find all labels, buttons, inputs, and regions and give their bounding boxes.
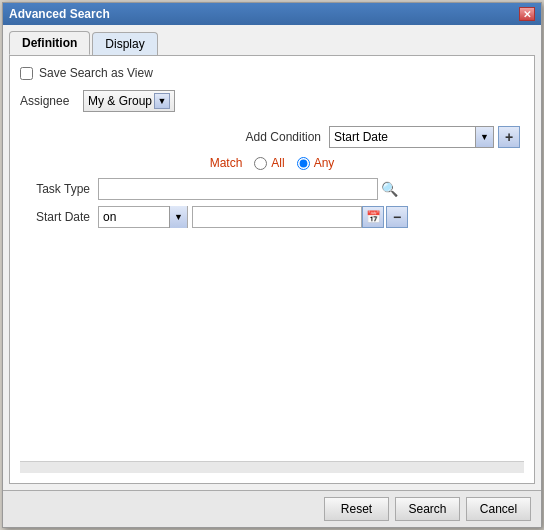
add-condition-row: Add Condition Start Date ▼ +	[20, 126, 524, 148]
content-spacer	[20, 234, 524, 457]
task-type-search-icon[interactable]: 🔍	[378, 178, 400, 200]
date-operator-arrow-icon[interactable]: ▼	[169, 206, 187, 228]
close-button[interactable]: ✕	[519, 7, 535, 21]
tabs-row: Definition Display	[9, 31, 535, 55]
window-content: Definition Display Save Search as View A…	[3, 25, 541, 490]
condition-select-wrapper: Start Date ▼	[329, 126, 494, 148]
start-date-input[interactable]	[192, 206, 362, 228]
cancel-button[interactable]: Cancel	[466, 497, 531, 521]
tab-definition[interactable]: Definition	[9, 31, 90, 55]
save-search-checkbox[interactable]	[20, 67, 33, 80]
task-type-label: Task Type	[20, 182, 90, 196]
tab-display[interactable]: Display	[92, 32, 157, 55]
scrollbar-area[interactable]	[20, 461, 524, 473]
match-row: Match All Any	[20, 156, 524, 170]
add-condition-button[interactable]: +	[498, 126, 520, 148]
assignee-dropdown-arrow-icon[interactable]: ▼	[154, 93, 170, 109]
assignee-dropdown[interactable]: My & Group ▼	[83, 90, 175, 112]
match-all-radio[interactable]	[254, 157, 267, 170]
assignee-row: Assignee My & Group ▼	[20, 90, 524, 112]
window-title: Advanced Search	[9, 7, 110, 21]
match-label: Match	[210, 156, 243, 170]
task-type-input[interactable]	[98, 178, 378, 200]
search-button[interactable]: Search	[395, 497, 460, 521]
date-operator-value: on	[99, 210, 169, 224]
add-condition-label: Add Condition	[246, 130, 321, 144]
assignee-value: My & Group	[88, 94, 152, 108]
date-operator-select[interactable]: on ▼	[98, 206, 188, 228]
task-type-row: Task Type 🔍	[20, 178, 524, 200]
match-any-option[interactable]: Any	[297, 156, 335, 170]
remove-condition-button[interactable]: −	[386, 206, 408, 228]
save-search-label: Save Search as View	[39, 66, 153, 80]
start-date-label: Start Date	[20, 210, 90, 224]
condition-value: Start Date	[330, 130, 475, 144]
match-any-label: Any	[314, 156, 335, 170]
condition-dropdown-arrow-icon[interactable]: ▼	[475, 127, 493, 147]
save-search-row: Save Search as View	[20, 66, 524, 80]
advanced-search-window: Advanced Search ✕ Definition Display Sav…	[2, 2, 542, 528]
footer-bar: Reset Search Cancel	[3, 490, 541, 527]
tab-content: Save Search as View Assignee My & Group …	[9, 55, 535, 484]
match-radio-group: All Any	[254, 156, 334, 170]
assignee-label: Assignee	[20, 94, 75, 108]
match-all-option[interactable]: All	[254, 156, 284, 170]
start-date-row: Start Date on ▼ 📅 −	[20, 206, 524, 228]
reset-button[interactable]: Reset	[324, 497, 389, 521]
match-all-label: All	[271, 156, 284, 170]
calendar-icon-button[interactable]: 📅	[362, 206, 384, 228]
match-any-radio[interactable]	[297, 157, 310, 170]
title-bar: Advanced Search ✕	[3, 3, 541, 25]
